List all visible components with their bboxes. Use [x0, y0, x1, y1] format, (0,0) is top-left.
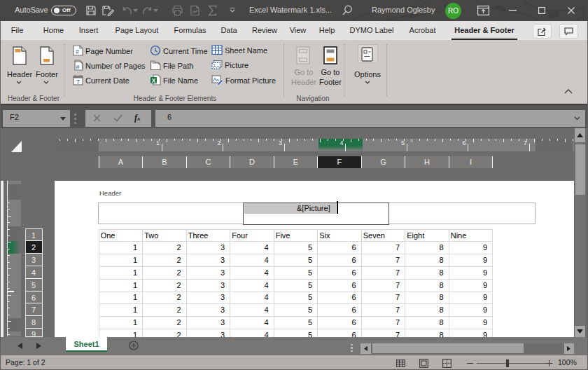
- svg-text:#: #: [76, 64, 80, 71]
- svg-text:7: 7: [76, 78, 80, 85]
- svg-text:X: X: [152, 77, 156, 84]
- svg-text:#: #: [76, 48, 79, 55]
